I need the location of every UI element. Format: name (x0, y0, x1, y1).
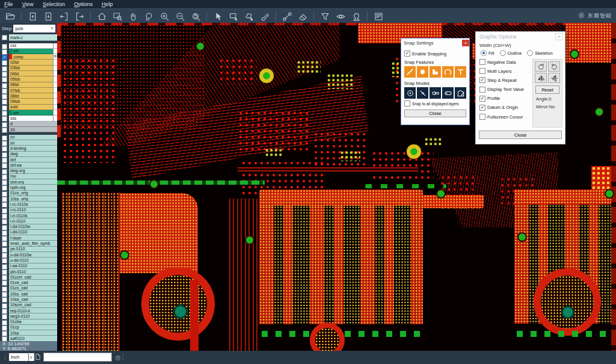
reset-button[interactable]: Reset (535, 85, 559, 94)
layer-row-10se_cad[interactable]: 10se_cad (0, 297, 57, 302)
layer-name[interactable]: targ3-0110 (9, 313, 57, 319)
layer-visibility-checkbox[interactable] (2, 314, 7, 319)
layer-visibility-checkbox[interactable] (2, 303, 7, 309)
menu-view[interactable]: View (22, 1, 34, 7)
layer-name[interactable]: d-tenting (9, 146, 57, 151)
layer-row-cm[interactable]: cm (0, 49, 57, 54)
refresh-icon[interactable] (114, 353, 122, 364)
layer-visibility-checkbox[interactable] (2, 202, 7, 208)
option-datum-origin[interactable]: ✓Datum & Origin (479, 105, 532, 111)
layer-row-pin-0110[interactable]: pin-0110 (0, 269, 57, 274)
layer-visibility-checkbox[interactable] (2, 191, 7, 197)
layer-visibility-checkbox[interactable] (2, 44, 7, 49)
layer-name[interactable]: dwg-org (9, 168, 57, 174)
layer-visibility-checkbox[interactable] (2, 146, 7, 152)
layer-visibility-checkbox[interactable] (2, 331, 7, 336)
layer-row-i-rr-0110s[interactable]: i-rr-0110s (0, 213, 57, 218)
menu-options[interactable]: Options (74, 1, 93, 7)
layer-name[interactable]: u-dd-0110 (9, 258, 57, 263)
layer-row-2d[interactable]: 2d (0, 127, 57, 132)
layer-row-npth-org[interactable]: npth-org (0, 185, 57, 190)
option-step-repeat[interactable]: ✓Step & Repeat (479, 77, 532, 83)
layer-visibility-checkbox[interactable] (2, 60, 7, 66)
layer-name[interactable]: comp (9, 54, 53, 60)
layer-row-pe-0110[interactable]: pe-0110 (0, 247, 57, 252)
layer-row-dxf-ea[interactable]: dxf-ea (0, 162, 57, 168)
layer-row-comp[interactable]: ✓comp (0, 54, 57, 60)
layer-name[interactable]: 09lsb (9, 99, 53, 104)
flip-horizontal-icon[interactable] (535, 73, 547, 83)
layer-visibility-checkbox[interactable] (2, 83, 7, 88)
layer-name[interactable]: reg-0110-d (9, 308, 57, 313)
layer-visibility-checkbox[interactable] (2, 77, 7, 82)
dialog-title-bar[interactable]: Graphic Options × (476, 32, 565, 41)
layer-row-reg-0110-d[interactable]: reg-0110-d (0, 308, 57, 313)
layer-name[interactable]: 06lst (9, 82, 53, 88)
radio-outline[interactable]: Outline (500, 50, 522, 56)
snap-surface-icon[interactable] (430, 66, 441, 78)
layer-name[interactable]: i-dd-0110 (9, 230, 57, 235)
layer-row-01cba[interactable]: 01cba (0, 319, 57, 325)
layer-row-i-rr-0110[interactable]: i-rr-0110 (0, 218, 57, 224)
layer-row-rou[interactable]: rou (0, 174, 57, 179)
checkbox[interactable]: ✓ (479, 96, 485, 102)
layer-name[interactable]: u-dd-0110w (9, 252, 57, 258)
layer-name[interactable]: d (9, 122, 57, 127)
layer-name[interactable]: i-rr-0110 (9, 218, 57, 224)
layer-visibility-checkbox[interactable] (2, 241, 7, 247)
layer-row-f-layer[interactable]: f-layer (0, 235, 57, 241)
layer-visibility-checkbox[interactable] (2, 208, 7, 214)
layer-row-targ3-0110[interactable]: targ3-0110 (0, 313, 57, 319)
layer-name[interactable]: 01ce_cad (9, 280, 57, 285)
layer-name[interactable]: npth-org (9, 185, 57, 190)
close-button[interactable]: Close (479, 131, 562, 139)
layer-name[interactable]: dxf-ea (9, 162, 57, 168)
layer-name[interactable]: sm (9, 110, 53, 116)
layer-name[interactable]: 10ss_orig (9, 196, 57, 202)
window-select-icon[interactable] (226, 10, 241, 23)
layer-row-01cs_orig[interactable]: 01cs_orig (0, 191, 57, 196)
option-multi-layers[interactable]: Multi Layers (479, 68, 532, 74)
layer-visibility-checkbox[interactable]: ✓ (2, 55, 7, 60)
layer-visibility-checkbox[interactable] (2, 185, 7, 191)
layer-row-07lsb[interactable]: 07lsb (0, 88, 57, 93)
measure-icon[interactable] (280, 10, 294, 23)
layer-name[interactable]: sn (9, 140, 57, 146)
enable-snapping-checkbox[interactable]: ✓ Enable Snapping (404, 51, 466, 57)
layer-name[interactable]: 01cba (9, 319, 57, 325)
layer-visibility-checkbox[interactable] (2, 169, 7, 174)
layer-visibility-checkbox[interactable] (2, 320, 7, 325)
layer-visibility-checkbox[interactable] (2, 88, 7, 94)
flip-vertical-icon[interactable] (548, 73, 560, 83)
command-input[interactable] (43, 353, 112, 362)
layer-visibility-checkbox[interactable] (2, 152, 7, 158)
view-icon[interactable] (333, 10, 348, 23)
layer-row-i-rc-0110s[interactable]: i-rc-0110s (0, 202, 57, 207)
layer-visibility-checkbox[interactable] (2, 275, 7, 280)
layer-name[interactable]: sss (9, 116, 53, 121)
zoom-out-icon[interactable] (173, 10, 187, 23)
layer-visibility-checkbox[interactable] (2, 325, 7, 331)
layer-row-sm[interactable]: sm (0, 110, 57, 116)
menu-help[interactable]: Help (102, 1, 113, 7)
layer-visibility-checkbox[interactable] (2, 309, 7, 314)
snap-icon[interactable] (349, 10, 363, 23)
layer-name[interactable]: dwg (9, 152, 57, 157)
layer-name[interactable]: 01cs_cad (9, 286, 57, 291)
layer-visibility-checkbox[interactable] (2, 230, 7, 236)
layer-row-sss[interactable]: sss (0, 116, 57, 121)
layer-visibility-checkbox[interactable] (2, 128, 7, 133)
filter-icon[interactable] (318, 10, 332, 23)
document-icon[interactable] (34, 353, 42, 363)
layer-row-10ss_orig[interactable]: 10ss_orig (0, 196, 57, 202)
layer-visibility-checkbox[interactable] (2, 258, 7, 264)
layer-row-i-dd-0110w[interactable]: i-dd-0110w (0, 224, 57, 230)
layer-name[interactable]: 05lsb (9, 76, 53, 82)
layers-panel-icon[interactable] (371, 10, 386, 23)
layer-name[interactable]: i-rc-0110 (9, 208, 57, 213)
layer-visibility-checkbox[interactable] (2, 270, 7, 275)
layer-visibility-checkbox[interactable] (2, 174, 7, 180)
layer-name[interactable]: mark-c (9, 34, 57, 41)
layer-visibility-checkbox[interactable] (2, 253, 7, 258)
export-icon[interactable] (72, 10, 87, 23)
